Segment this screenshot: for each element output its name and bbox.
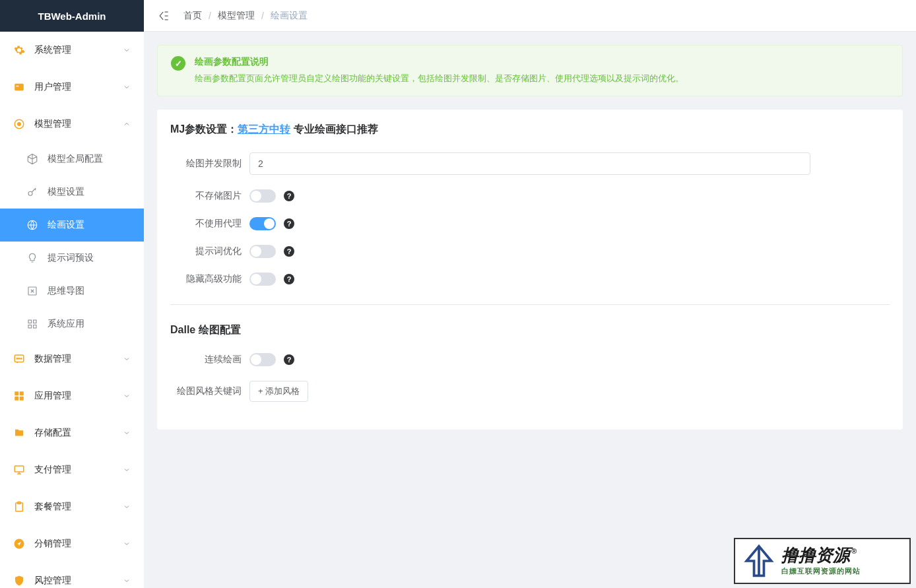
chat-icon <box>13 353 25 365</box>
watermark: 撸撸资源® 白嫖互联网资源的网站 <box>734 538 911 584</box>
svg-rect-7 <box>28 320 32 323</box>
svg-rect-16 <box>20 391 24 395</box>
chevron-down-icon <box>123 503 131 511</box>
sidebar-item-app[interactable]: 应用管理 <box>0 377 144 414</box>
hide-adv-label: 隐藏高级功能 <box>170 273 249 285</box>
send-icon <box>13 538 25 550</box>
sidebar-subitem-prompt-preset[interactable]: 提示词预设 <box>0 242 144 275</box>
sidebar-item-user[interactable]: 用户管理 <box>0 69 144 106</box>
watermark-logo-icon <box>740 542 777 579</box>
globe-icon <box>26 219 38 231</box>
chevron-up-icon <box>123 120 131 128</box>
concurrent-limit-label: 绘图并发限制 <box>170 158 249 170</box>
clipboard-icon <box>13 501 25 513</box>
app-logo: TBWeb-Admin <box>0 0 144 32</box>
chevron-down-icon <box>123 577 131 585</box>
watermark-sub-text: 白嫖互联网资源的网站 <box>781 566 861 576</box>
sidebar-item-risk[interactable]: 风控管理 <box>0 562 144 588</box>
sidebar-submenu-model: 模型全局配置 模型设置 绘画设置 提示词预设 思维导图 <box>0 143 144 341</box>
prompt-opt-switch[interactable] <box>249 245 276 258</box>
svg-rect-15 <box>15 391 18 395</box>
breadcrumb-item-model[interactable]: 模型管理 <box>218 10 255 22</box>
sidebar-item-system[interactable]: 系统管理 <box>0 32 144 69</box>
sidebar-item-label: 风控管理 <box>34 575 123 587</box>
breadcrumb-separator: / <box>261 11 264 21</box>
hide-adv-switch[interactable] <box>249 273 276 286</box>
sidebar-item-label: 分销管理 <box>34 538 123 550</box>
svg-point-4 <box>28 191 32 195</box>
sidebar-item-label: 模型全局配置 <box>48 153 103 165</box>
svg-rect-10 <box>34 325 37 329</box>
breadcrumb-item-home[interactable]: 首页 <box>183 10 202 22</box>
sidebar-item-package[interactable]: 套餐管理 <box>0 488 144 525</box>
sidebar-item-data[interactable]: 数据管理 <box>0 341 144 377</box>
sidebar-subitem-mindmap[interactable]: 思维导图 <box>0 275 144 308</box>
nostore-label: 不存储图片 <box>170 190 249 202</box>
sidebar-item-label: 存储配置 <box>34 427 123 439</box>
svg-rect-9 <box>28 325 32 329</box>
sidebar-subitem-model-settings[interactable]: 模型设置 <box>0 176 144 209</box>
help-icon[interactable]: ? <box>284 274 294 284</box>
help-icon[interactable]: ? <box>284 354 294 365</box>
svg-point-12 <box>16 358 18 360</box>
sidebar-item-label: 提示词预设 <box>48 252 94 264</box>
sidebar-item-label: 模型设置 <box>48 186 84 198</box>
third-party-link[interactable]: 第三方中转 <box>238 123 290 135</box>
svg-rect-18 <box>20 397 24 401</box>
help-icon[interactable]: ? <box>284 191 294 201</box>
user-icon <box>13 81 25 93</box>
mj-section-title: MJ参数设置：第三方中转 专业绘画接口推荐 <box>170 123 890 137</box>
continuous-switch[interactable] <box>249 353 276 366</box>
page-header: 首页 / 模型管理 / 绘画设置 <box>144 0 916 32</box>
breadcrumb-separator: / <box>209 11 211 21</box>
noproxy-label: 不使用代理 <box>170 218 249 230</box>
concurrent-limit-input[interactable] <box>249 152 810 175</box>
chevron-down-icon <box>123 540 131 548</box>
info-alert: ✓ 绘画参数配置说明 绘画参数配置页面允许管理员自定义绘图功能的关键设置，包括绘… <box>157 45 903 96</box>
svg-point-14 <box>20 358 22 360</box>
sidebar-subitem-system-app[interactable]: 系统应用 <box>0 308 144 341</box>
bulb-icon <box>26 252 38 264</box>
sidebar-item-model[interactable]: 模型管理 <box>0 106 144 143</box>
sidebar-item-payment[interactable]: 支付管理 <box>0 451 144 488</box>
check-circle-icon: ✓ <box>171 56 185 71</box>
svg-rect-17 <box>15 397 18 401</box>
chevron-down-icon <box>123 83 131 91</box>
noproxy-switch[interactable] <box>249 217 276 230</box>
sidebar-subitem-model-global[interactable]: 模型全局配置 <box>0 143 144 176</box>
monitor-icon <box>13 464 25 476</box>
chevron-down-icon <box>123 46 131 54</box>
sidebar-item-label: 数据管理 <box>34 353 123 365</box>
box-x-icon <box>26 285 38 297</box>
prompt-opt-label: 提示词优化 <box>170 245 249 257</box>
cube-icon <box>26 153 38 165</box>
sidebar-item-storage[interactable]: 存储配置 <box>0 414 144 451</box>
sidebar-item-label: 系统应用 <box>48 318 84 330</box>
sidebar-item-label: 系统管理 <box>34 44 123 56</box>
help-icon[interactable]: ? <box>284 218 294 229</box>
sidebar-subitem-paint-settings[interactable]: 绘画设置 <box>0 209 144 242</box>
watermark-main-text: 撸撸资源® <box>781 546 861 565</box>
continuous-label: 连续绘画 <box>170 354 249 366</box>
svg-rect-8 <box>34 320 37 323</box>
sidebar-menu: 系统管理 用户管理 模型管理 模型全局配置 模型设置 <box>0 32 144 588</box>
svg-rect-1 <box>16 86 19 87</box>
sidebar-item-label: 套餐管理 <box>34 501 123 513</box>
sidebar-item-distribution[interactable]: 分销管理 <box>0 525 144 562</box>
folder-icon <box>13 427 25 439</box>
collapse-sidebar-button[interactable] <box>157 9 170 22</box>
sidebar-item-label: 支付管理 <box>34 464 123 476</box>
chevron-down-icon <box>123 429 131 437</box>
alert-title: 绘画参数配置说明 <box>195 56 889 68</box>
svg-point-3 <box>18 123 21 126</box>
help-icon[interactable]: ? <box>284 246 294 257</box>
svg-rect-0 <box>15 84 24 91</box>
brackets-icon <box>13 118 25 130</box>
nostore-switch[interactable] <box>249 189 276 203</box>
sidebar-item-label: 思维导图 <box>48 285 84 297</box>
add-style-button[interactable]: + 添加风格 <box>249 381 308 402</box>
chevron-down-icon <box>123 392 131 400</box>
sidebar-item-label: 应用管理 <box>34 390 123 402</box>
alert-description: 绘画参数配置页面允许管理员自定义绘图功能的关键设置，包括绘图并发限制、是否存储图… <box>195 72 889 85</box>
style-keyword-label: 绘图风格关键词 <box>170 385 249 397</box>
